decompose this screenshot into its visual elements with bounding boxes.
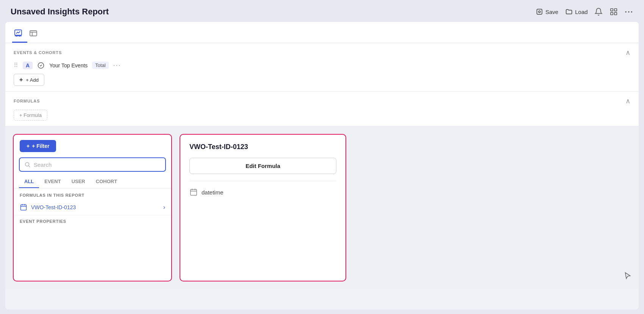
main-panel: EVENTS & COHORTS ∧ ⠿ A Your Top Events T… [5,22,639,309]
filter-tab-all[interactable]: ALL [19,176,39,188]
svg-line-12 [29,166,30,167]
chevron-right-icon: › [163,204,165,211]
filter-tabs: ALL EVENT USER COHORT [14,176,171,188]
events-collapse-button[interactable]: ∧ [625,48,630,57]
search-box [19,157,166,172]
table-icon [29,29,38,38]
drag-handle-icon[interactable]: ⠿ [14,62,18,69]
tabs-row [5,22,639,43]
events-row: ⠿ A Your Top Events Total ··· [14,61,630,69]
tab-table[interactable] [27,26,42,43]
detail-panel: VWO-Test-ID-0123 Edit Formula datetime [180,134,346,281]
filter-button[interactable]: + + Filter [20,140,56,152]
events-section-header: EVENTS & COHORTS ∧ [14,48,630,57]
layout-button[interactable] [610,8,618,16]
bottom-area: + + Filter ALL EVENT USER COHORT FORMULA… [5,126,639,289]
plus-icon: + [19,76,23,83]
svg-rect-17 [191,190,197,196]
notification-button[interactable] [594,8,603,16]
filter-tab-cohort[interactable]: COHORT [91,176,122,188]
divider [189,181,336,181]
header-actions: Save Load ··· [536,8,633,16]
app-header: Unsaved Insights Report Save Load [0,0,644,22]
formula-report-item[interactable]: VWO-Test-ID-0123 › [14,200,171,215]
event-name: Your Top Events [49,62,88,68]
detail-panel-title: VWO-Test-ID-0123 [189,143,336,151]
more-button[interactable]: ··· [625,8,633,16]
svg-rect-0 [537,9,542,14]
save-button[interactable]: Save [536,8,558,16]
chart-icon [14,29,23,38]
filter-panel: + + Filter ALL EVENT USER COHORT FORMULA… [13,134,172,281]
add-formula-button[interactable]: + Formula [14,110,47,121]
layout-icon [610,8,618,16]
bell-icon [594,8,603,16]
events-section: EVENTS & COHORTS ∧ ⠿ A Your Top Events T… [5,43,639,92]
search-icon [24,161,31,168]
svg-point-11 [25,162,29,166]
event-badge: Total [92,62,108,69]
detail-property-row: datetime [189,188,336,196]
formulas-collapse-button[interactable]: ∧ [625,97,630,105]
edit-formula-button[interactable]: Edit Formula [189,158,336,174]
event-more-button[interactable]: ··· [113,61,121,69]
formulas-section-header: FORMULAS ∧ [14,97,630,105]
add-event-button[interactable]: + + Add [14,74,44,86]
svg-rect-3 [614,9,617,11]
calendar-icon [20,204,27,211]
save-icon [536,8,543,16]
tab-chart[interactable] [12,26,27,43]
formulas-section-title: FORMULAS [14,99,40,103]
formulas-in-report-title: FORMULAS IN THIS REPORT [14,188,171,200]
property-name: datetime [202,189,224,196]
folder-icon [565,8,573,16]
cursor-icon [624,272,632,282]
page-title: Unsaved Insights Report [11,7,109,17]
filter-tab-user[interactable]: USER [66,176,91,188]
filter-tab-event[interactable]: EVENT [39,176,66,188]
svg-rect-2 [611,9,613,11]
formula-item-left: VWO-Test-ID-0123 [20,204,76,211]
more-icon: ··· [625,8,633,16]
svg-rect-5 [614,12,617,15]
load-button[interactable]: Load [565,8,588,16]
search-input[interactable] [34,162,161,168]
calendar-detail-icon [189,188,198,196]
svg-rect-7 [30,31,37,36]
filter-plus-icon: + [27,143,30,149]
svg-rect-13 [21,205,27,210]
filter-panel-header: + + Filter [14,135,171,157]
event-type-icon [37,62,45,69]
formulas-section: FORMULAS ∧ + Formula [5,92,639,126]
formula-item-name: VWO-Test-ID-0123 [31,204,76,210]
svg-rect-4 [611,12,613,15]
svg-point-1 [538,11,540,13]
events-section-title: EVENTS & COHORTS [14,50,62,55]
event-label-a: A [23,62,33,69]
event-properties-title: EVENT PROPERTIES [14,215,171,226]
